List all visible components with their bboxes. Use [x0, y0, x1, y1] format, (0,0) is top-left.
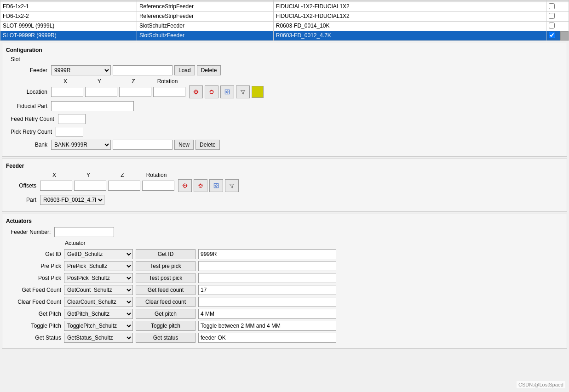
location-z-input[interactable]: 0.000: [119, 87, 151, 97]
location-rotation-input[interactable]: 0.000: [153, 87, 185, 97]
post-pick-result[interactable]: [198, 273, 336, 283]
post-pick-button[interactable]: Test post pick: [136, 273, 195, 283]
feeder-frame-button[interactable]: [209, 179, 223, 192]
get-id-row: Get ID GetID_Schultz Get ID: [11, 249, 563, 259]
clear-feed-count-result[interactable]: [198, 297, 336, 307]
delete-bank-button[interactable]: Delete: [195, 140, 220, 150]
clear-feed-count-row: Clear Feed Count ClearCount_Schultz Clea…: [11, 297, 563, 307]
feeder-enabled[interactable]: [546, 31, 560, 40]
enabled-checkbox[interactable]: [549, 13, 555, 19]
part-label: Part: [11, 197, 36, 203]
part-select[interactable]: R0603-FD_0012_4.7K: [40, 195, 104, 205]
fz-label: Z: [106, 172, 138, 178]
pre-pick-button[interactable]: Test pre pick: [136, 261, 195, 271]
offset-z-input[interactable]: -23.800: [108, 181, 140, 191]
crosshair-icon: [193, 88, 199, 96]
toggle-pitch-select[interactable]: TogglePitch_Schultz: [64, 321, 133, 331]
offset-rotation-input[interactable]: 0.000: [142, 181, 174, 191]
location-x-input[interactable]: 541.466: [51, 87, 83, 97]
pick-retry-input[interactable]: 0: [56, 127, 83, 137]
get-pitch-result[interactable]: [198, 309, 336, 319]
main-wrapper: FD6-1x2-1 ReferenceStripFeeder FIDUCIAL-…: [0, 0, 569, 349]
feeder-filter-button[interactable]: [225, 179, 239, 192]
fiducial-part-label: Fiducial Part: [11, 103, 47, 109]
feeder-part: FIDUCIAL-1X2-FIDUCIAL1X2: [274, 12, 547, 21]
get-feed-count-button[interactable]: Get feed count: [136, 285, 195, 295]
get-pitch-select[interactable]: GetPitch_Schultz: [64, 309, 133, 319]
feeder-capture-button[interactable]: [178, 179, 192, 192]
feeder-type: ReferenceStripFeeder: [137, 12, 274, 21]
location-y-input[interactable]: -113.165: [85, 87, 117, 97]
get-id-button[interactable]: Get ID: [136, 249, 195, 259]
feeder-crosshair-icon: [182, 182, 188, 190]
pre-pick-select[interactable]: PrePick_Schultz: [64, 261, 133, 271]
load-button[interactable]: Load: [174, 65, 195, 75]
pre-pick-result[interactable]: [198, 261, 336, 271]
feeder-enabled[interactable]: [546, 22, 560, 31]
feed-retry-input[interactable]: 3: [58, 114, 86, 124]
toggle-pitch-result[interactable]: [198, 321, 336, 331]
feeder-part: FIDUCIAL-1X2-FIDUCIAL1X2: [274, 2, 547, 11]
clear-feed-count-label: Clear Feed Count: [11, 299, 61, 305]
feeder-move-icon: [198, 182, 203, 190]
get-feed-count-result[interactable]: [198, 285, 336, 295]
get-status-button[interactable]: Get status: [136, 333, 195, 343]
frotation-label: Rotation: [140, 172, 172, 178]
delete-feeder-button[interactable]: Delete: [197, 65, 221, 75]
list-item[interactable]: SLOT-9999L (9999L) SlotSchultzFeeder R06…: [0, 22, 569, 31]
feeder-number-row: Feeder Number: 1.000: [11, 227, 563, 237]
get-pitch-button[interactable]: Get pitch: [136, 309, 195, 319]
feeder-group: X Y Z Rotation Offsets 4.810 29.450 -23.…: [11, 172, 563, 205]
enabled-checkbox[interactable]: [549, 23, 555, 28]
feeder-enabled[interactable]: [546, 12, 560, 21]
filter-button[interactable]: [236, 85, 250, 98]
clear-feed-count-select[interactable]: ClearCount_Schultz: [64, 297, 133, 307]
clear-feed-count-button[interactable]: Clear feed count: [136, 297, 195, 307]
feed-retry-label: Feed Retry Count: [11, 116, 54, 122]
feeder-type: SlotSchultzFeeder: [137, 31, 274, 40]
fy-label: Y: [72, 172, 104, 178]
pick-retry-row: Pick Retry Count 0: [11, 127, 563, 137]
actuator-column-label: Actuator: [65, 240, 86, 246]
bank-label: Bank: [11, 142, 47, 148]
feeder-type: ReferenceStripFeeder: [137, 2, 274, 11]
svg-point-12: [226, 91, 228, 93]
feeder-label: Feeder: [11, 67, 47, 74]
list-item[interactable]: FD6-1x2-2 ReferenceStripFeeder FIDUCIAL-…: [0, 12, 569, 22]
feeder-select[interactable]: 9999R: [51, 65, 111, 75]
bank-name-input[interactable]: BANK-9999R: [113, 140, 172, 150]
enabled-checkbox[interactable]: [549, 3, 555, 9]
list-item-selected[interactable]: SLOT-9999R (9999R) SlotSchultzFeeder R06…: [0, 31, 569, 41]
svg-point-30: [215, 185, 217, 187]
post-pick-row: Post Pick PostPick_Schultz Test post pic…: [11, 273, 563, 283]
get-status-result[interactable]: [198, 333, 336, 343]
get-status-select[interactable]: GetStatus_Schultz: [64, 333, 133, 343]
feeder-filter-icon: [229, 182, 235, 190]
feeder-section: Feeder X Y Z Rotation Offsets 4.810 29.4…: [2, 159, 567, 212]
feeder-enabled[interactable]: [546, 2, 560, 11]
get-id-result[interactable]: [198, 249, 336, 259]
offsets-row: Offsets 4.810 29.450 -23.800 0.000: [11, 179, 563, 192]
get-id-label: Get ID: [11, 251, 61, 257]
move-button[interactable]: [205, 85, 218, 98]
feeder-id: FD6-1x2-1: [0, 2, 137, 11]
get-id-select[interactable]: GetID_Schultz: [64, 249, 133, 259]
offset-x-input[interactable]: 4.810: [40, 181, 72, 191]
capture-location-button[interactable]: [189, 85, 203, 98]
toggle-pitch-button[interactable]: Toggle pitch: [136, 321, 195, 331]
feeder-number-input[interactable]: 1.000: [54, 227, 114, 237]
new-bank-button[interactable]: New: [174, 140, 194, 150]
offset-y-input[interactable]: 29.450: [74, 181, 106, 191]
fiducial-part-input[interactable]: Part_Fiducial_SlotSchu: [51, 101, 134, 111]
get-feed-count-select[interactable]: GetCount_Schultz: [64, 285, 133, 295]
list-item[interactable]: FD6-1x2-1 ReferenceStripFeeder FIDUCIAL-…: [0, 2, 569, 12]
frame-button[interactable]: [220, 85, 234, 98]
get-pitch-label: Get Pitch: [11, 311, 61, 317]
scrollbar[interactable]: [560, 31, 569, 40]
enabled-checkbox[interactable]: [549, 32, 555, 38]
feeder-name-input[interactable]: 9999R: [113, 65, 172, 75]
color-button[interactable]: [252, 86, 264, 98]
post-pick-select[interactable]: PostPick_Schultz: [64, 273, 133, 283]
bank-select[interactable]: BANK-9999R: [51, 140, 111, 150]
feeder-move-button[interactable]: [194, 179, 207, 192]
